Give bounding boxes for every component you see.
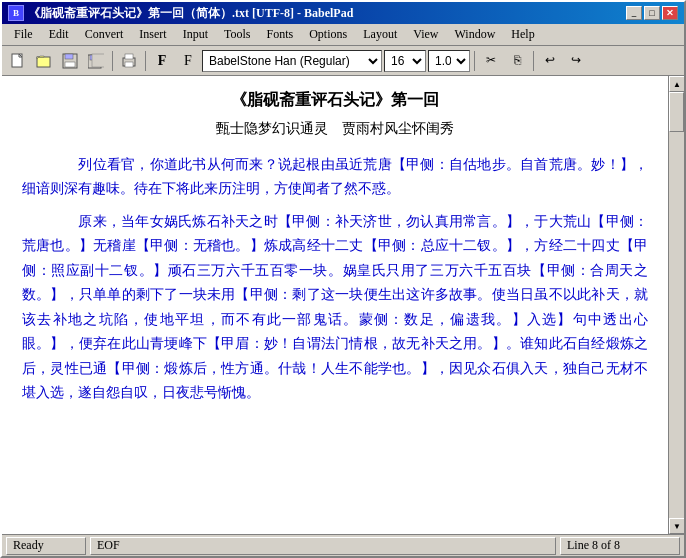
font-f-normal[interactable]: F [176,49,200,73]
vertical-scrollbar[interactable]: ▲ ▼ [668,76,684,534]
editor-area: 《脂砚斋重评石头记》第一回 甄士隐梦幻识通灵 贾雨村风尘怀闺秀 列位看官，你道此… [2,76,684,534]
menu-input[interactable]: Input [175,25,216,44]
font-f-bold[interactable]: F [150,49,174,73]
document-body: 列位看官，你道此书从何而来？说起根由虽近荒唐【甲侧：自估地步。自首荒唐。妙！】，… [22,153,648,406]
window-title: 《脂砚斋重评石头记》第一回（简体）.txt [UTF-8] - BabelPad [28,5,353,22]
menu-file[interactable]: File [6,25,41,44]
font-size-select[interactable]: 16 [384,50,426,72]
menu-help[interactable]: Help [503,25,542,44]
font-name-select[interactable]: BabelStone Han (Regular) [202,50,382,72]
print-icon [121,53,137,69]
spacing-select[interactable]: 1.0 [428,50,470,72]
menu-window[interactable]: Window [447,25,504,44]
separator-1 [112,51,113,71]
menu-options[interactable]: Options [301,25,355,44]
title-bar-left: B 《脂砚斋重评石头记》第一回（简体）.txt [UTF-8] - BabelP… [8,5,353,22]
save-button[interactable] [58,49,82,73]
separator-4 [533,51,534,71]
scroll-thumb[interactable] [669,92,684,132]
title-bar-buttons: _ □ ✕ [626,6,678,20]
menu-view[interactable]: View [405,25,446,44]
new-icon [10,53,26,69]
separator-2 [145,51,146,71]
svg-rect-12 [125,54,133,59]
undo-button[interactable]: ↩ [538,49,562,73]
status-line: Line 8 of 8 [560,537,680,555]
separator-3 [474,51,475,71]
menu-edit[interactable]: Edit [41,25,77,44]
document-subtitle: 甄士隐梦幻识通灵 贾雨村风尘怀闺秀 [22,117,648,141]
menu-tools[interactable]: Tools [216,25,259,44]
title-bar: B 《脂砚斋重评石头记》第一回（简体）.txt [UTF-8] - BabelP… [2,2,684,24]
svg-rect-10 [92,54,104,67]
redo-button[interactable]: ↪ [564,49,588,73]
status-ready: Ready [6,537,86,555]
cut-button[interactable]: ✂ [479,49,503,73]
maximize-button[interactable]: □ [644,6,660,20]
status-eof: EOF [90,537,556,555]
app-icon: B [8,5,24,21]
menu-bar: File Edit Convert Insert Input Tools Fon… [2,24,684,46]
menu-convert[interactable]: Convert [77,25,132,44]
document-title: 《脂砚斋重评石头记》第一回 [22,86,648,113]
paragraph-2: 原来，当年女娲氏炼石补天之时【甲侧：补天济世，勿认真用常言。】，于大荒山【甲侧：… [22,210,648,406]
paragraph-1: 列位看官，你道此书从何而来？说起根由虽近荒唐【甲侧：自估地步。自首荒唐。妙！】，… [22,153,648,202]
open-button[interactable] [32,49,56,73]
new-button[interactable] [6,49,30,73]
scroll-track[interactable] [669,92,684,518]
svg-rect-13 [125,62,133,67]
svg-rect-3 [37,57,50,67]
print-button[interactable] [117,49,141,73]
save-icon [62,53,78,69]
save-all-button[interactable] [84,49,108,73]
save-all-icon [88,53,104,69]
svg-rect-7 [65,62,75,67]
scroll-down-button[interactable]: ▼ [669,518,684,534]
menu-fonts[interactable]: Fonts [259,25,302,44]
menu-layout[interactable]: Layout [355,25,405,44]
close-button[interactable]: ✕ [662,6,678,20]
scroll-up-button[interactable]: ▲ [669,76,684,92]
status-bar: Ready EOF Line 8 of 8 [2,534,684,556]
copy-button[interactable]: ⎘ [505,49,529,73]
svg-rect-6 [65,54,73,59]
toolbar: F F BabelStone Han (Regular) 16 1.0 ✂ ⎘ … [2,46,684,76]
editor-content[interactable]: 《脂砚斋重评石头记》第一回 甄士隐梦幻识通灵 贾雨村风尘怀闺秀 列位看官，你道此… [2,76,668,534]
main-window: B 《脂砚斋重评石头记》第一回（简体）.txt [UTF-8] - BabelP… [0,0,686,558]
open-icon [36,53,52,69]
minimize-button[interactable]: _ [626,6,642,20]
menu-insert[interactable]: Insert [131,25,174,44]
